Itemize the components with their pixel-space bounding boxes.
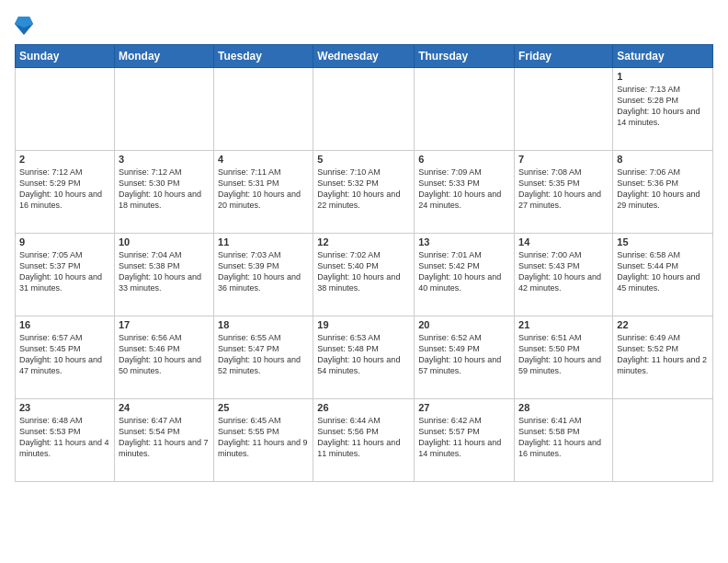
weekday-header-cell: Saturday — [613, 45, 713, 68]
calendar-cell: 7Sunrise: 7:08 AM Sunset: 5:35 PM Daylig… — [515, 151, 613, 234]
cell-info: Sunrise: 6:51 AM Sunset: 5:50 PM Dayligh… — [518, 332, 609, 377]
cell-day-number: 22 — [617, 319, 709, 330]
cell-day-number: 19 — [317, 319, 410, 330]
cell-day-number: 9 — [19, 236, 110, 247]
cell-day-number: 28 — [518, 402, 609, 413]
calendar-cell: 21Sunrise: 6:51 AM Sunset: 5:50 PM Dayli… — [515, 316, 613, 399]
cell-info: Sunrise: 7:06 AM Sunset: 5:36 PM Dayligh… — [617, 167, 709, 212]
calendar-week-row: 1Sunrise: 7:13 AM Sunset: 5:28 PM Daylig… — [16, 68, 713, 151]
calendar-cell: 10Sunrise: 7:04 AM Sunset: 5:38 PM Dayli… — [114, 234, 213, 316]
cell-day-number: 12 — [317, 236, 410, 247]
calendar-cell: 5Sunrise: 7:10 AM Sunset: 5:32 PM Daylig… — [313, 151, 415, 234]
calendar-cell — [515, 68, 613, 151]
weekday-header-cell: Thursday — [415, 45, 515, 68]
calendar-cell: 12Sunrise: 7:02 AM Sunset: 5:40 PM Dayli… — [313, 234, 415, 316]
cell-day-number: 15 — [617, 236, 709, 247]
cell-day-number: 18 — [218, 319, 309, 330]
cell-info: Sunrise: 7:02 AM Sunset: 5:40 PM Dayligh… — [317, 249, 410, 294]
cell-day-number: 24 — [119, 402, 210, 413]
cell-info: Sunrise: 6:53 AM Sunset: 5:48 PM Dayligh… — [317, 332, 410, 377]
calendar-cell — [114, 68, 213, 151]
calendar-cell: 20Sunrise: 6:52 AM Sunset: 5:49 PM Dayli… — [415, 316, 515, 399]
cell-day-number: 14 — [518, 236, 609, 247]
calendar-cell: 28Sunrise: 6:41 AM Sunset: 5:58 PM Dayli… — [515, 399, 613, 482]
weekday-header-cell: Friday — [515, 45, 613, 68]
cell-day-number: 17 — [119, 319, 210, 330]
calendar-cell: 13Sunrise: 7:01 AM Sunset: 5:42 PM Dayli… — [415, 234, 515, 316]
cell-info: Sunrise: 7:08 AM Sunset: 5:35 PM Dayligh… — [518, 167, 609, 212]
calendar-cell: 18Sunrise: 6:55 AM Sunset: 5:47 PM Dayli… — [214, 316, 313, 399]
calendar-cell — [613, 399, 713, 482]
cell-info: Sunrise: 6:42 AM Sunset: 5:57 PM Dayligh… — [418, 415, 510, 460]
calendar-cell: 16Sunrise: 6:57 AM Sunset: 5:45 PM Dayli… — [16, 316, 115, 399]
cell-day-number: 8 — [617, 154, 709, 165]
calendar-body: 1Sunrise: 7:13 AM Sunset: 5:28 PM Daylig… — [16, 68, 713, 482]
calendar-cell: 26Sunrise: 6:44 AM Sunset: 5:56 PM Dayli… — [313, 399, 415, 482]
cell-info: Sunrise: 6:48 AM Sunset: 5:53 PM Dayligh… — [19, 415, 110, 460]
calendar-cell: 15Sunrise: 6:58 AM Sunset: 5:44 PM Dayli… — [613, 234, 713, 316]
cell-day-number: 5 — [317, 154, 410, 165]
calendar-cell: 9Sunrise: 7:05 AM Sunset: 5:37 PM Daylig… — [16, 234, 115, 316]
cell-day-number: 23 — [19, 402, 110, 413]
cell-day-number: 3 — [119, 154, 210, 165]
calendar-cell: 14Sunrise: 7:00 AM Sunset: 5:43 PM Dayli… — [515, 234, 613, 316]
calendar-cell: 6Sunrise: 7:09 AM Sunset: 5:33 PM Daylig… — [415, 151, 515, 234]
cell-info: Sunrise: 7:13 AM Sunset: 5:28 PM Dayligh… — [617, 84, 709, 129]
calendar-cell: 4Sunrise: 7:11 AM Sunset: 5:31 PM Daylig… — [214, 151, 313, 234]
cell-info: Sunrise: 6:45 AM Sunset: 5:55 PM Dayligh… — [218, 415, 309, 460]
cell-info: Sunrise: 6:57 AM Sunset: 5:45 PM Dayligh… — [19, 332, 110, 377]
cell-info: Sunrise: 7:10 AM Sunset: 5:32 PM Dayligh… — [317, 167, 410, 212]
calendar-cell: 8Sunrise: 7:06 AM Sunset: 5:36 PM Daylig… — [613, 151, 713, 234]
cell-day-number: 27 — [418, 402, 510, 413]
cell-day-number: 25 — [218, 402, 309, 413]
cell-info: Sunrise: 6:56 AM Sunset: 5:46 PM Dayligh… — [119, 332, 210, 377]
cell-day-number: 2 — [19, 154, 110, 165]
cell-day-number: 20 — [418, 319, 510, 330]
calendar-week-row: 16Sunrise: 6:57 AM Sunset: 5:45 PM Dayli… — [16, 316, 713, 399]
cell-info: Sunrise: 6:49 AM Sunset: 5:52 PM Dayligh… — [617, 332, 709, 377]
weekday-header-cell: Tuesday — [214, 45, 313, 68]
weekday-header-cell: Sunday — [16, 45, 115, 68]
cell-info: Sunrise: 6:47 AM Sunset: 5:54 PM Dayligh… — [119, 415, 210, 460]
logo-icon — [15, 15, 33, 37]
weekday-header-cell: Monday — [114, 45, 213, 68]
cell-info: Sunrise: 6:41 AM Sunset: 5:58 PM Dayligh… — [518, 415, 609, 460]
cell-day-number: 11 — [218, 236, 309, 247]
calendar-week-row: 9Sunrise: 7:05 AM Sunset: 5:37 PM Daylig… — [16, 234, 713, 316]
weekday-header-cell: Wednesday — [313, 45, 415, 68]
calendar-cell: 23Sunrise: 6:48 AM Sunset: 5:53 PM Dayli… — [16, 399, 115, 482]
calendar-cell: 3Sunrise: 7:12 AM Sunset: 5:30 PM Daylig… — [114, 151, 213, 234]
cell-day-number: 16 — [19, 319, 110, 330]
cell-info: Sunrise: 6:55 AM Sunset: 5:47 PM Dayligh… — [218, 332, 309, 377]
calendar-cell — [415, 68, 515, 151]
calendar-cell — [214, 68, 313, 151]
cell-day-number: 10 — [119, 236, 210, 247]
page: SundayMondayTuesdayWednesdayThursdayFrid… — [0, 0, 728, 563]
cell-info: Sunrise: 7:00 AM Sunset: 5:43 PM Dayligh… — [518, 249, 609, 294]
cell-info: Sunrise: 7:04 AM Sunset: 5:38 PM Dayligh… — [119, 249, 210, 294]
cell-info: Sunrise: 6:44 AM Sunset: 5:56 PM Dayligh… — [317, 415, 410, 460]
cell-day-number: 21 — [518, 319, 609, 330]
logo — [15, 15, 35, 37]
calendar-cell: 27Sunrise: 6:42 AM Sunset: 5:57 PM Dayli… — [415, 399, 515, 482]
calendar-cell: 2Sunrise: 7:12 AM Sunset: 5:29 PM Daylig… — [16, 151, 115, 234]
cell-info: Sunrise: 7:12 AM Sunset: 5:30 PM Dayligh… — [119, 167, 210, 212]
cell-day-number: 7 — [518, 154, 609, 165]
cell-info: Sunrise: 7:05 AM Sunset: 5:37 PM Dayligh… — [19, 249, 110, 294]
calendar-cell — [313, 68, 415, 151]
calendar-cell: 19Sunrise: 6:53 AM Sunset: 5:48 PM Dayli… — [313, 316, 415, 399]
calendar-cell: 17Sunrise: 6:56 AM Sunset: 5:46 PM Dayli… — [114, 316, 213, 399]
weekday-header-row: SundayMondayTuesdayWednesdayThursdayFrid… — [16, 45, 713, 68]
cell-day-number: 6 — [418, 154, 510, 165]
calendar-week-row: 23Sunrise: 6:48 AM Sunset: 5:53 PM Dayli… — [16, 399, 713, 482]
calendar-cell: 25Sunrise: 6:45 AM Sunset: 5:55 PM Dayli… — [214, 399, 313, 482]
cell-day-number: 1 — [617, 71, 709, 82]
cell-info: Sunrise: 7:11 AM Sunset: 5:31 PM Dayligh… — [218, 167, 309, 212]
cell-info: Sunrise: 7:09 AM Sunset: 5:33 PM Dayligh… — [418, 167, 510, 212]
cell-info: Sunrise: 7:03 AM Sunset: 5:39 PM Dayligh… — [218, 249, 309, 294]
cell-info: Sunrise: 7:01 AM Sunset: 5:42 PM Dayligh… — [418, 249, 510, 294]
calendar-cell — [16, 68, 115, 151]
cell-info: Sunrise: 7:12 AM Sunset: 5:29 PM Dayligh… — [19, 167, 110, 212]
cell-info: Sunrise: 6:58 AM Sunset: 5:44 PM Dayligh… — [617, 249, 709, 294]
header — [15, 15, 713, 37]
